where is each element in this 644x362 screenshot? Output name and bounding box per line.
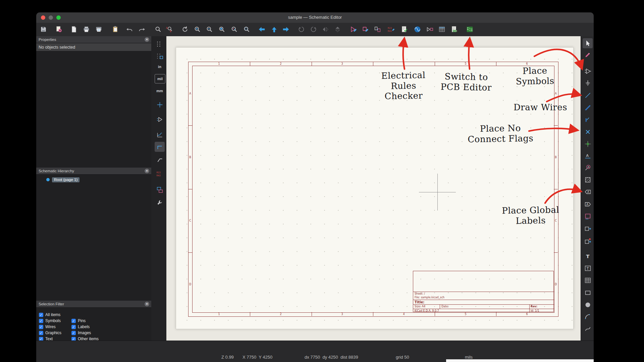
- navigate-up-button[interactable]: [269, 24, 279, 34]
- redo-button[interactable]: [137, 24, 147, 34]
- status-delta: dx 7750 dy 4250 dist 8839: [305, 355, 358, 360]
- filter-symbols[interactable]: Symbols: [39, 318, 61, 323]
- free-angle-mode-button[interactable]: [155, 155, 165, 165]
- find-button[interactable]: [153, 24, 163, 34]
- mirror-horizontal-button[interactable]: [332, 24, 342, 34]
- units-mils-button[interactable]: mil: [155, 74, 165, 83]
- simulator-button[interactable]: [412, 24, 422, 34]
- place-global-label-button[interactable]: A: [583, 187, 593, 197]
- annotation-global-labels: Place Global Labels: [493, 204, 568, 226]
- save-button[interactable]: [38, 24, 48, 34]
- zoom-to-objects-button[interactable]: [229, 24, 239, 34]
- toggle-grid-overrides-button[interactable]: [155, 51, 165, 61]
- place-net-class-directive-button[interactable]: A: [583, 163, 593, 173]
- schematic-setup-button[interactable]: [54, 24, 64, 34]
- undo-button[interactable]: [124, 24, 135, 34]
- properties-panel-header: Properties ✕: [36, 36, 151, 43]
- filter-pins[interactable]: Pins: [71, 318, 86, 323]
- svg-text:A: A: [586, 203, 588, 206]
- refresh-view-button[interactable]: [180, 24, 190, 34]
- paste-button[interactable]: [110, 24, 120, 34]
- bom-button[interactable]: bom: [449, 24, 459, 34]
- hierarchy-navigator-button[interactable]: [155, 185, 165, 195]
- rotate-cw-button[interactable]: [308, 24, 318, 34]
- import-sheet-pins-button[interactable]: [583, 236, 593, 246]
- draw-wire-button[interactable]: [583, 90, 593, 100]
- filter-all-items[interactable]: All items: [39, 312, 60, 317]
- units-inches-button[interactable]: in: [155, 62, 165, 71]
- filter-labels[interactable]: Labels: [71, 324, 90, 329]
- close-properties-icon[interactable]: ✕: [145, 37, 149, 42]
- place-no-connect-flag-button[interactable]: [583, 127, 593, 137]
- edit-library-links-button[interactable]: [372, 24, 382, 34]
- switch-to-pcb-editor-button[interactable]: [465, 24, 475, 34]
- sheet-zone-label: B: [555, 156, 557, 159]
- title-block-size: Size: A4: [415, 305, 425, 308]
- svg-text:A: A: [586, 153, 589, 158]
- navigate-back-button[interactable]: [257, 24, 267, 34]
- annotation-draw-wires: Draw Wires: [505, 102, 576, 113]
- title-block-file: File: sample.kicad_sch: [415, 296, 444, 299]
- draw-rectangle-button[interactable]: [583, 288, 593, 298]
- title-block-id: Id: 1/1: [531, 309, 539, 312]
- sheet-zone-label: 3: [341, 62, 343, 65]
- find-replace-button[interactable]: AB: [164, 24, 174, 34]
- annotate-button[interactable]: R22R42: [386, 24, 396, 34]
- sheet-zone-label: 2: [280, 313, 281, 316]
- hv-line-mode-button[interactable]: [155, 142, 165, 152]
- zoom-to-fit-button[interactable]: [217, 24, 227, 34]
- minimize-window-button[interactable]: [49, 15, 53, 20]
- place-text-box-button[interactable]: T: [583, 263, 593, 273]
- zoom-to-selection-button[interactable]: [241, 24, 252, 34]
- draw-hierarchical-sheet-button[interactable]: [583, 211, 593, 221]
- zoom-out-button[interactable]: [204, 24, 214, 34]
- footprint-editor-button[interactable]: [360, 24, 370, 34]
- draw-circle-button[interactable]: [583, 300, 593, 310]
- place-table-button[interactable]: [583, 275, 593, 285]
- zoom-in-button[interactable]: [192, 24, 202, 34]
- draw-bus-button[interactable]: [583, 103, 593, 113]
- page-settings-button[interactable]: [69, 24, 79, 34]
- close-window-button[interactable]: [41, 15, 45, 20]
- place-bus-entry-button[interactable]: [583, 114, 593, 124]
- show-annotations-button[interactable]: R22R42: [155, 169, 165, 179]
- sheet-zone-label: 5: [465, 313, 466, 316]
- symbol-editor-button[interactable]: [348, 24, 358, 34]
- symbol-fields-table-button[interactable]: [437, 24, 447, 34]
- draw-bezier-button[interactable]: [583, 324, 593, 334]
- print-button[interactable]: [81, 24, 91, 34]
- sheet-zone-label: 6: [526, 313, 528, 316]
- toggle-grid-button[interactable]: [155, 39, 165, 49]
- filter-wires[interactable]: Wires: [39, 324, 56, 329]
- draw-arc-button[interactable]: [583, 312, 593, 322]
- show-hidden-pins-button[interactable]: [155, 114, 165, 124]
- filter-images[interactable]: Images: [71, 330, 91, 335]
- toggle-crosshair-cursor-button[interactable]: [155, 100, 165, 110]
- select-tool-button[interactable]: [583, 38, 593, 48]
- units-millimeters-button[interactable]: mm: [155, 86, 165, 95]
- svg-text:A: A: [587, 165, 589, 168]
- place-symbol-button[interactable]: [583, 66, 593, 76]
- show-properties-panel-button[interactable]: [155, 197, 165, 207]
- navigate-forward-button[interactable]: [281, 24, 291, 34]
- place-junction-button[interactable]: [583, 139, 593, 149]
- show-operating-points-button[interactable]: [155, 130, 165, 140]
- rotate-ccw-button[interactable]: [296, 24, 306, 34]
- place-sheet-pin-button[interactable]: [583, 224, 593, 234]
- highlight-net-button[interactable]: [583, 50, 593, 60]
- erc-button[interactable]: [399, 24, 409, 34]
- draw-rule-area-button[interactable]: [583, 175, 593, 185]
- filter-graphics[interactable]: Graphics: [39, 330, 61, 335]
- plot-button[interactable]: [94, 24, 104, 34]
- place-text-button[interactable]: T: [583, 251, 593, 261]
- sheet-zone-label: C: [189, 219, 191, 222]
- close-filter-icon[interactable]: ✕: [145, 302, 149, 306]
- hierarchy-root-item[interactable]: Root (page 1): [36, 177, 79, 183]
- place-power-port-button[interactable]: [583, 78, 593, 88]
- mirror-vertical-button[interactable]: [320, 24, 330, 34]
- assign-footprints-button[interactable]: [425, 24, 435, 34]
- place-net-label-button[interactable]: A: [583, 151, 593, 161]
- place-hierarchical-label-button[interactable]: A: [583, 199, 593, 209]
- zoom-window-button[interactable]: [56, 15, 61, 20]
- close-hierarchy-icon[interactable]: ✕: [145, 169, 149, 173]
